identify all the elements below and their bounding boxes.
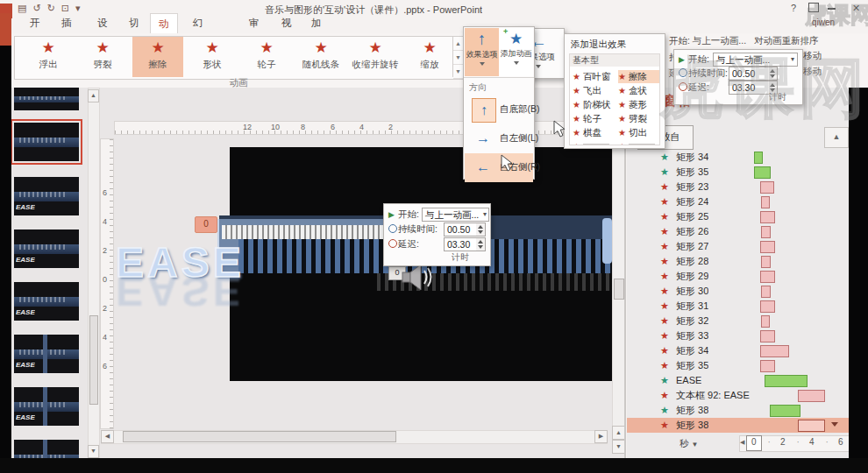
animation-timing-bar[interactable] bbox=[760, 360, 776, 372]
animation-timing-bar[interactable] bbox=[760, 330, 776, 342]
animation-timing-bar[interactable] bbox=[760, 345, 789, 357]
animation-timing-bar[interactable] bbox=[754, 166, 771, 179]
tab-加载项[interactable]: 加载项 bbox=[303, 13, 330, 33]
canvas-hscrollbar-thumb[interactable] bbox=[123, 431, 396, 442]
animation-row[interactable]: ★矩形 25 bbox=[627, 209, 849, 224]
animation-timing-bar[interactable] bbox=[761, 226, 770, 238]
exit-effect-百叶窗[interactable]: ★百叶窗 bbox=[573, 70, 616, 83]
add-animation-button[interactable]: ★ + 添加动画 bbox=[499, 28, 533, 76]
gallery-item-缩放[interactable]: ★缩放 bbox=[404, 37, 455, 77]
slideshow-icon[interactable]: ⊡ bbox=[61, 3, 69, 13]
scroll-left-icon[interactable]: ◀ bbox=[101, 430, 114, 443]
animation-row[interactable]: ★矩形 23 bbox=[627, 180, 849, 194]
animation-timing-bar[interactable] bbox=[761, 196, 769, 208]
exit-effect-棋盘[interactable]: ★棋盘 bbox=[573, 126, 616, 139]
animation-row[interactable]: ★矩形 28 bbox=[627, 254, 849, 269]
gallery-item-轮子[interactable]: ★轮子 bbox=[241, 37, 292, 77]
save-icon[interactable]: ▤ bbox=[18, 3, 26, 13]
tab-审阅[interactable]: 审阅 bbox=[241, 13, 267, 33]
animation-number-badge[interactable]: 0 bbox=[195, 216, 217, 233]
exit-effect-飞出[interactable]: ★飞出 bbox=[573, 84, 616, 97]
slide-thumbnail[interactable]: EASE bbox=[14, 177, 79, 215]
help-button[interactable]: ? bbox=[791, 3, 796, 13]
duration-input[interactable]: 00.50 bbox=[444, 222, 480, 236]
gallery-scroll-buttons[interactable]: ▲ ▼ ▼ bbox=[452, 37, 463, 77]
animation-timing-bar[interactable] bbox=[761, 286, 770, 298]
animation-timing-bar[interactable] bbox=[760, 271, 776, 283]
exit-effect-阶梯状[interactable]: ★阶梯状 bbox=[573, 98, 616, 111]
tab-插入[interactable]: 插入 bbox=[53, 13, 80, 33]
delay-spinner[interactable] bbox=[476, 237, 486, 251]
seconds-dropdown[interactable]: 秒 ▼ bbox=[679, 438, 698, 450]
duration-input[interactable]: 00.50 bbox=[729, 67, 770, 81]
animation-row[interactable]: ★矩形 35 bbox=[627, 358, 849, 373]
gallery-item-收缩并旋转[interactable]: ★收缩并旋转 bbox=[350, 37, 401, 77]
redo-icon[interactable]: ↻ bbox=[47, 3, 55, 13]
direction-item-自右侧(R)[interactable]: ←自右侧(R) bbox=[465, 153, 533, 182]
effect-options-button[interactable]: ↑ 效果选项 bbox=[465, 28, 499, 76]
slide-thumbnail[interactable] bbox=[14, 123, 79, 161]
animation-row[interactable]: ★矩形 38 bbox=[627, 418, 849, 433]
animation-timing-bar[interactable] bbox=[761, 256, 770, 268]
animation-row[interactable]: ★矩形 27 bbox=[627, 239, 849, 254]
slide-thumbnail[interactable]: EASE bbox=[14, 229, 79, 268]
scroll-right-icon[interactable]: ▶ bbox=[594, 430, 608, 443]
duration-spinner[interactable] bbox=[768, 67, 778, 81]
exit-effect-轮子[interactable]: ★轮子 bbox=[573, 112, 616, 125]
gallery-item-劈裂[interactable]: ★劈裂 bbox=[77, 37, 128, 77]
gallery-item-浮出[interactable]: ★浮出 bbox=[23, 37, 74, 77]
thumbnail-scroll-up-icon[interactable]: ▲ bbox=[88, 89, 99, 102]
tab-切换[interactable]: 切换 bbox=[121, 13, 147, 33]
thumbnail-scroll-down-icon[interactable]: ▼ bbox=[88, 445, 99, 458]
tab-动画[interactable]: 动画 bbox=[150, 13, 178, 34]
slide-thumbnail[interactable] bbox=[14, 88, 79, 110]
animation-timing-bar[interactable] bbox=[760, 211, 776, 223]
animation-row[interactable]: ★矩形 34 bbox=[627, 150, 849, 165]
animation-timing-bar[interactable] bbox=[761, 315, 769, 328]
exit-effect-切出[interactable]: ★切出 bbox=[618, 126, 660, 139]
restore-icon[interactable] bbox=[808, 3, 819, 12]
row-dropdown-icon[interactable] bbox=[831, 422, 838, 427]
undo-icon[interactable]: ↺ bbox=[32, 3, 40, 13]
tab-视图[interactable]: 视图 bbox=[274, 13, 300, 33]
gallery-item-擦除[interactable]: ★擦除 bbox=[132, 37, 183, 77]
animation-row[interactable]: ★矩形 35 bbox=[627, 165, 849, 180]
move-earlier-button[interactable]: 移动 bbox=[803, 50, 822, 62]
animation-timing-bar[interactable] bbox=[754, 152, 763, 164]
animation-row[interactable]: ★矩形 33 bbox=[627, 328, 849, 343]
gallery-item-形状[interactable]: ★形状 bbox=[187, 37, 238, 77]
animation-row[interactable]: ★矩形 26 bbox=[627, 224, 849, 239]
direction-item-自底部(B)[interactable]: ↑自底部(B) bbox=[465, 95, 533, 124]
start-dropdown[interactable]: 与上一动画...▾ bbox=[422, 208, 489, 222]
tab-幻灯片放映[interactable]: 幻灯片放映 bbox=[185, 13, 211, 33]
animation-row[interactable]: ★矩形 31 bbox=[627, 299, 849, 314]
tab-开始[interactable]: 开始 bbox=[22, 13, 48, 33]
slide-thumbnail[interactable]: EASE bbox=[14, 335, 79, 373]
delay-input[interactable]: 03.30 bbox=[444, 237, 480, 251]
direction-item-自左侧(L)[interactable]: →自左侧(L) bbox=[465, 124, 533, 153]
next-slide-icon[interactable]: ▼ bbox=[612, 440, 625, 454]
slide-thumbnail[interactable]: EASE bbox=[14, 282, 79, 321]
close-icon[interactable]: ✕ bbox=[852, 3, 860, 14]
exit-effect-擦除[interactable]: ★擦除 bbox=[618, 70, 660, 83]
animation-timing-bar[interactable] bbox=[765, 375, 807, 387]
minimize-icon[interactable] bbox=[828, 8, 836, 10]
animation-timing-bar[interactable] bbox=[760, 300, 776, 313]
animation-row[interactable]: ★文本框 92: EASE bbox=[627, 388, 849, 403]
duration-spinner[interactable] bbox=[476, 222, 486, 236]
gallery-item-随机线条[interactable]: ★随机线条 bbox=[295, 37, 346, 77]
animation-row[interactable]: ★矩形 32 bbox=[627, 314, 849, 328]
animation-row[interactable]: ★矩形 24 bbox=[627, 194, 849, 209]
animation-row[interactable]: ★EASE bbox=[627, 373, 849, 388]
animation-timing-bar[interactable] bbox=[770, 405, 800, 417]
slide-thumbnail[interactable]: EASE bbox=[14, 387, 79, 426]
animation-row[interactable]: ★矩形 29 bbox=[627, 269, 849, 284]
gallery-up-icon[interactable]: ▲ bbox=[453, 37, 463, 51]
reorder-up-icon[interactable]: ▲ bbox=[824, 127, 849, 148]
animation-row[interactable]: ★矩形 30 bbox=[627, 284, 849, 299]
exit-effect-劈裂[interactable]: ★劈裂 bbox=[618, 112, 660, 125]
animation-timing-bar[interactable] bbox=[798, 390, 826, 402]
animation-timing-bar[interactable] bbox=[798, 420, 826, 432]
move-later-button[interactable]: 移动 bbox=[803, 66, 822, 78]
previous-slide-icon[interactable]: ▲ bbox=[612, 426, 625, 440]
